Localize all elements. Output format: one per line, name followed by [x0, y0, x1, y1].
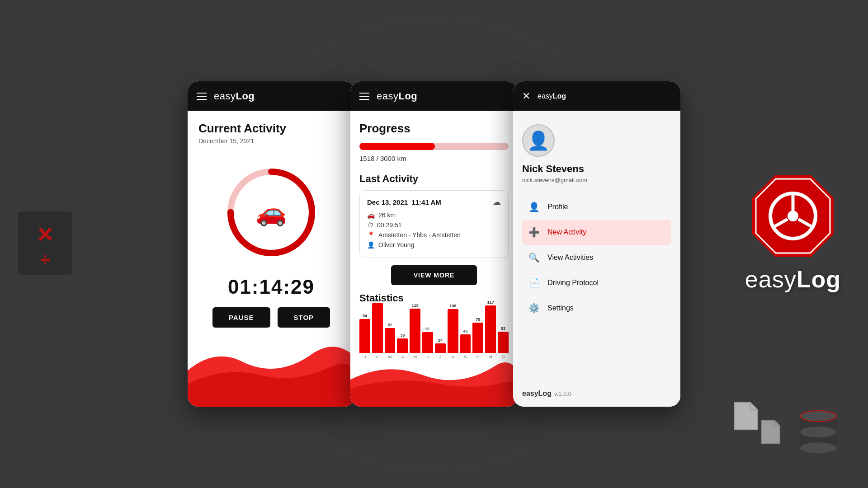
- bar-value-label: 46: [463, 329, 468, 333]
- activity-date-time: Dec 13, 2021 11:41 AM: [367, 198, 441, 206]
- bar-fill: [460, 334, 471, 353]
- stop-button[interactable]: STOP: [278, 307, 330, 328]
- bar-fill: [359, 319, 370, 353]
- menu-item-profile[interactable]: 👤 Profile: [522, 194, 671, 220]
- bar-value-label: 117: [487, 300, 494, 305]
- activity-route: 📍 Amstetten - Ybbs - Amstetten: [367, 231, 501, 239]
- activity-duration: ⏱ 00:29:51: [367, 221, 501, 229]
- phone1-content: Current Activity December 15, 2021 🚗 01:…: [188, 111, 355, 407]
- bar-fill: [422, 332, 433, 353]
- bar-fill: [498, 332, 509, 353]
- close-icon[interactable]: ✕: [522, 90, 530, 102]
- bar-fill: [435, 343, 446, 353]
- left-decoration: × ÷: [14, 207, 77, 281]
- doc-decoration-1: [732, 400, 760, 434]
- phone2-content: Progress 1518 / 3000 km Last Activity De…: [350, 111, 518, 407]
- phone-menu: ✕ easyLog 👤 Nick Stevens nick.stevens@gm…: [513, 81, 680, 407]
- bar-value-label: 108: [449, 304, 456, 308]
- user-email: nick.stevens@gmail.com: [522, 177, 671, 183]
- svg-point-21: [800, 442, 836, 453]
- clock-icon: ⏱: [367, 221, 373, 229]
- phone3-content: 👤 Nick Stevens nick.stevens@gmail.com 👤 …: [513, 111, 680, 407]
- bar-value-label: 53: [501, 326, 505, 331]
- phone2-header: easyLog: [350, 81, 518, 111]
- bar-value-label: 51: [425, 327, 430, 331]
- car-icon: 🚗: [255, 197, 287, 227]
- current-activity-title: Current Activity: [188, 111, 355, 137]
- menu-item-settings[interactable]: ⚙️ Settings: [522, 296, 671, 321]
- bar-item: 75O: [472, 317, 483, 359]
- new-activity-icon: ➕: [528, 227, 540, 238]
- bar-fill: [372, 303, 383, 353]
- driving-protocol-icon: 📄: [528, 277, 540, 288]
- svg-point-19: [800, 411, 836, 422]
- person-icon: 👤: [367, 241, 375, 249]
- activity-driver: 👤 Oliver Young: [367, 241, 501, 249]
- activity-card: Dec 13, 2021 11:41 AM ☁ 🚗 26 km ⏱ 00:29:…: [359, 190, 509, 258]
- bar-item: 61M: [385, 323, 396, 359]
- version-footer: easyLog v.1.0.0: [522, 389, 671, 398]
- phone3-header: ✕ easyLog: [513, 81, 680, 111]
- settings-icon: ⚙️: [528, 303, 540, 314]
- view-more-button[interactable]: VIEW MORE: [391, 265, 477, 285]
- bar-item: 36A: [397, 333, 408, 359]
- bar-item: 46S: [460, 329, 471, 359]
- bar-value-label: 123: [374, 298, 381, 302]
- progress-bar-fill: [359, 143, 435, 150]
- profile-icon: 👤: [528, 202, 540, 212]
- app-name-phone1: easyLog: [214, 90, 255, 102]
- location-icon: 📍: [367, 231, 375, 239]
- car-detail-icon: 🚗: [367, 211, 375, 219]
- hamburger-menu-icon-2[interactable]: [359, 93, 369, 100]
- bar-fill: [485, 305, 496, 353]
- phone1-header: easyLog: [188, 81, 355, 111]
- app-name-phone2: easyLog: [377, 90, 417, 102]
- pause-button[interactable]: PAUSE: [212, 307, 270, 328]
- bar-fill: [397, 338, 408, 353]
- svg-point-7: [788, 211, 798, 221]
- menu-item-driving-protocol[interactable]: 📄 Driving Protocol: [522, 270, 671, 296]
- bar-item: 108A: [448, 304, 458, 359]
- svg-point-20: [800, 427, 836, 437]
- progress-bar-bg: [359, 143, 509, 150]
- menu-item-label-view-activities: View Activities: [547, 253, 593, 262]
- bar-item: 53D: [498, 326, 509, 359]
- user-name: Nick Stevens: [522, 163, 671, 175]
- bar-item: 123F: [372, 298, 383, 359]
- phone-progress: easyLog Progress 1518 / 3000 km Last Act…: [350, 81, 518, 407]
- doc-decoration-2: [760, 418, 782, 447]
- bar-value-label: 84: [363, 314, 367, 318]
- menu-item-view-activities[interactable]: 🔍 View Activities: [522, 245, 671, 270]
- bar-fill: [410, 309, 420, 353]
- progress-section-title: Progress: [359, 122, 509, 136]
- menu-list: 👤 Profile ➕ New Activity 🔍 View Activiti…: [522, 194, 671, 321]
- logo-octagon-icon: [748, 171, 838, 261]
- footer-app-name: easyLog: [522, 389, 552, 398]
- bar-value-label: 36: [400, 333, 405, 338]
- phone1-action-buttons: PAUSE STOP: [188, 307, 355, 328]
- menu-item-new-activity[interactable]: ➕ New Activity: [522, 220, 671, 245]
- bar-value-label: 110: [412, 303, 419, 308]
- progress-text: 1518 / 3000 km: [359, 155, 509, 162]
- progress-bar-container: [359, 143, 509, 150]
- svg-text:÷: ÷: [40, 249, 50, 269]
- bar-fill: [448, 309, 458, 353]
- hamburger-menu-icon[interactable]: [197, 93, 207, 100]
- statistics-bar-chart: 84J123F61M36A110M51J24J108A46S75O117N53D: [359, 310, 509, 368]
- bar-fill: [472, 323, 483, 353]
- menu-item-label-driving-protocol: Driving Protocol: [547, 279, 599, 287]
- brand-name: easyLog: [745, 266, 841, 293]
- bar-value-label: 61: [388, 323, 392, 327]
- svg-text:×: ×: [37, 219, 53, 249]
- menu-item-label-settings: Settings: [547, 304, 574, 312]
- circular-progress: 🚗: [188, 158, 355, 267]
- user-avatar: 👤: [522, 124, 555, 157]
- app-name-phone3: easyLog: [538, 92, 566, 100]
- current-activity-date: December 15, 2021: [188, 137, 355, 154]
- cloud-sync-icon: ☁: [493, 197, 501, 207]
- bar-item: 117N: [485, 300, 496, 359]
- activity-card-header: Dec 13, 2021 11:41 AM ☁: [367, 197, 501, 207]
- brand-logo: easyLog: [745, 171, 841, 293]
- last-activity-title: Last Activity: [359, 173, 509, 185]
- bar-fill: [385, 328, 396, 353]
